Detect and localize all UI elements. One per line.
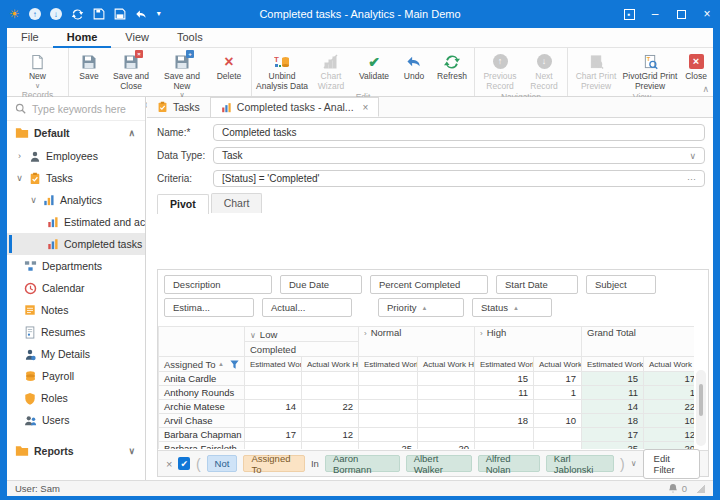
pivot-value-cell[interactable] [359, 400, 418, 414]
pivot-value-cell[interactable] [534, 400, 582, 414]
tab-pivot[interactable]: Pivot [157, 194, 209, 214]
next-record-button[interactable]: ↓ Next Record [523, 50, 565, 91]
field-chip-actual[interactable]: Actual... [262, 298, 352, 317]
vertical-scrollbar[interactable] [696, 370, 706, 446]
dropdown-arrow-icon[interactable]: ∨ [689, 151, 696, 161]
undo-button[interactable]: Undo [396, 50, 432, 82]
sidebar-item-calendar[interactable]: Calendar [7, 277, 145, 299]
qat-save-new-icon[interactable] [114, 8, 126, 20]
pivot-value-cell[interactable]: 18 [582, 414, 644, 428]
filter-remove-icon[interactable]: × [166, 458, 172, 470]
pivot-value-cell[interactable]: 17 [582, 428, 644, 442]
pivot-value-cell[interactable] [302, 414, 359, 428]
pivot-value-cell[interactable]: 14 [582, 400, 644, 414]
filter-value-chip[interactable]: Aaron Bormann [325, 455, 400, 472]
sidebar-item-employees[interactable]: › Employees [7, 145, 145, 167]
ribbon-tab-home[interactable]: Home [53, 28, 112, 48]
pivot-value-cell[interactable] [245, 386, 302, 400]
measure-header[interactable]: Actual Work Hours [302, 357, 359, 372]
sidebar-item-my-details[interactable]: My Details [7, 343, 145, 365]
filter-value-chip[interactable]: Alfred Nolan [478, 455, 540, 472]
ribbon-collapse-icon[interactable]: ∧ [702, 84, 709, 94]
bell-icon[interactable] [668, 483, 678, 494]
field-chip-description[interactable]: Description [164, 275, 272, 294]
close-button[interactable]: × [694, 0, 720, 28]
ribbon-tab-file[interactable]: File [7, 28, 53, 48]
doc-tab-tasks[interactable]: Tasks [147, 97, 211, 117]
sidebar-item-estimated-and-actual[interactable]: Estimated and actual wor [7, 211, 145, 233]
ellipsis-icon[interactable]: ··· [687, 174, 696, 184]
pivot-value-cell[interactable]: 1 [644, 386, 694, 400]
pivot-value-cell[interactable]: 22 [302, 400, 359, 414]
pivot-value-cell[interactable]: 14 [245, 400, 302, 414]
qat-refresh-icon[interactable] [71, 8, 84, 21]
ribbon-tab-view[interactable]: View [111, 28, 163, 48]
tab-chart[interactable]: Chart [211, 193, 263, 213]
pivot-value-cell[interactable] [418, 428, 475, 442]
criteria-field[interactable]: [Status] = 'Completed' ··· [213, 170, 705, 187]
field-chip-status[interactable]: Status▲ [472, 298, 552, 317]
measure-header[interactable]: Estimated Work Hours [245, 357, 302, 372]
pivot-value-cell[interactable]: 11 [475, 386, 534, 400]
filter-value-chip[interactable]: Karl Jablonski [546, 455, 614, 472]
qat-customize-icon[interactable]: ▾ [157, 10, 161, 18]
measure-header[interactable]: Estimated Work Hours [475, 357, 534, 372]
pivot-value-cell[interactable] [475, 400, 534, 414]
field-chip-subject[interactable]: Subject [586, 275, 656, 294]
pivot-value-cell[interactable] [245, 442, 302, 450]
filter-value-chip[interactable]: Albert Walker [406, 455, 472, 472]
filter-not-chip[interactable]: Not [207, 455, 238, 472]
field-chip-estimated[interactable]: Estima... [164, 298, 254, 317]
filter-dropdown-icon[interactable]: ∨ [631, 459, 637, 468]
refresh-button[interactable]: Refresh [432, 50, 472, 82]
chart-print-preview-button[interactable]: Chart Print Preview [570, 50, 622, 91]
pivotgrid-print-preview-button[interactable]: T PivotGrid Print Preview [622, 50, 678, 91]
pivot-value-cell[interactable] [418, 414, 475, 428]
row-header-cell[interactable]: Anthony Rounds [159, 386, 245, 400]
chevron-down-icon[interactable]: ∨ [128, 446, 135, 456]
pivot-value-cell[interactable] [418, 400, 475, 414]
row-header-cell[interactable]: Barbara Chapman [159, 428, 245, 442]
pivot-value-cell[interactable]: 12 [644, 428, 694, 442]
pivot-value-cell[interactable]: 10 [644, 414, 694, 428]
sidebar-search[interactable]: Type keywords here [7, 97, 145, 121]
pivot-value-cell[interactable] [245, 372, 302, 386]
pivot-value-cell[interactable]: 17 [644, 372, 694, 386]
measure-header[interactable]: Estimated Work Hours [582, 357, 644, 372]
filter-funnel-icon[interactable] [230, 360, 239, 369]
ribbon-tab-tools[interactable]: Tools [163, 28, 217, 48]
save-and-new-button[interactable]: + Save and New∨ [155, 50, 209, 99]
pivot-value-cell[interactable] [475, 442, 534, 450]
new-button[interactable]: New∨ [9, 50, 66, 89]
pivot-value-cell[interactable]: 12 [302, 428, 359, 442]
measure-header[interactable]: Estimated Work Hours [359, 357, 418, 372]
resize-grip[interactable] [697, 485, 705, 493]
measure-header[interactable]: Actual Work Hours [418, 357, 475, 372]
col-group-high[interactable]: ›High [475, 327, 582, 357]
unbind-analysis-data-button[interactable]: T Unbind Analysis Data [254, 50, 310, 91]
validate-button[interactable]: ✔ Validate [352, 50, 396, 82]
pivot-value-cell[interactable]: 15 [475, 372, 534, 386]
pivot-value-cell[interactable] [359, 386, 418, 400]
pivot-value-cell[interactable]: 17 [534, 372, 582, 386]
pivot-value-cell[interactable] [245, 414, 302, 428]
sidebar-group-default[interactable]: Default ∧ [7, 121, 145, 145]
qat-undo-icon[interactable] [135, 8, 148, 21]
sidebar-item-resumes[interactable]: Resumes [7, 321, 145, 343]
sidebar-item-completed-tasks[interactable]: Completed tasks [7, 233, 145, 255]
pivot-value-cell[interactable]: 18 [475, 414, 534, 428]
measure-header[interactable]: Actual Work Hours [534, 357, 582, 372]
field-chip-priority[interactable]: Priority▲ [378, 298, 464, 317]
sidebar-item-users[interactable]: Users [7, 409, 145, 431]
qat-next-record-icon[interactable]: ↓ [50, 8, 62, 20]
row-header-cell[interactable]: Archie Matese [159, 400, 245, 414]
qat-previous-record-icon[interactable]: ↑ [29, 8, 41, 20]
sidebar-item-departments[interactable]: Departments [7, 255, 145, 277]
pivot-value-cell[interactable] [302, 386, 359, 400]
sidebar-item-notes[interactable]: Notes [7, 299, 145, 321]
row-header-cell[interactable]: Arvil Chase [159, 414, 245, 428]
pivot-value-cell[interactable] [418, 386, 475, 400]
pivot-value-cell[interactable] [359, 372, 418, 386]
filter-operator[interactable]: In [311, 458, 319, 469]
doc-tab-completed-tasks[interactable]: Completed tasks - Anal... × [211, 97, 380, 117]
